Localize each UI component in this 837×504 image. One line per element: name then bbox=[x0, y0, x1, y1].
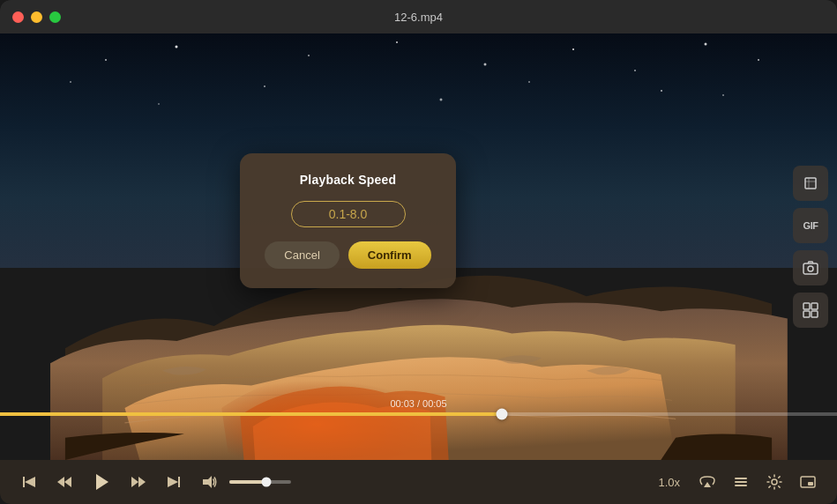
app-window: 12-6.mp4 bbox=[0, 0, 837, 504]
screenshot-tool-button[interactable] bbox=[793, 250, 828, 285]
svg-marker-27 bbox=[57, 477, 64, 487]
progress-fill bbox=[0, 412, 502, 416]
svg-rect-24 bbox=[811, 311, 818, 317]
video-area[interactable]: 00:03 / 00:05 GIF bbox=[0, 33, 837, 460]
svg-marker-31 bbox=[138, 477, 146, 487]
fast-forward-icon bbox=[131, 474, 146, 490]
confirm-button[interactable]: Confirm bbox=[348, 241, 431, 269]
window-title: 12-6.mp4 bbox=[394, 11, 443, 24]
svg-rect-16 bbox=[805, 178, 816, 189]
volume-button[interactable] bbox=[194, 467, 224, 497]
airplay-icon bbox=[699, 474, 715, 490]
fast-forward-button[interactable] bbox=[123, 467, 153, 497]
title-bar: 12-6.mp4 bbox=[0, 0, 837, 33]
svg-marker-34 bbox=[203, 476, 212, 488]
rewind-button[interactable] bbox=[49, 467, 79, 497]
svg-marker-30 bbox=[131, 477, 138, 487]
volume-thumb[interactable] bbox=[262, 478, 272, 487]
svg-point-39 bbox=[772, 479, 777, 485]
svg-rect-19 bbox=[803, 263, 818, 274]
pip-button[interactable] bbox=[793, 467, 823, 497]
settings-icon bbox=[766, 474, 782, 490]
right-controls bbox=[692, 467, 823, 497]
grid-icon bbox=[802, 301, 819, 319]
volume-slider-container bbox=[229, 480, 291, 484]
svg-marker-28 bbox=[64, 477, 71, 487]
close-button[interactable] bbox=[12, 11, 24, 23]
airplay-button[interactable] bbox=[692, 467, 722, 497]
progress-thumb[interactable] bbox=[497, 409, 508, 420]
speed-badge[interactable]: 1.0x bbox=[651, 472, 687, 493]
play-icon bbox=[92, 472, 111, 492]
svg-rect-38 bbox=[735, 485, 747, 486]
play-button[interactable] bbox=[85, 465, 118, 499]
skip-to-start-icon bbox=[21, 474, 37, 490]
dialog-buttons: Cancel Confirm bbox=[265, 241, 430, 269]
dialog-title: Playback Speed bbox=[300, 173, 396, 187]
volume-slider[interactable] bbox=[229, 480, 291, 484]
pip-icon bbox=[800, 474, 816, 490]
svg-rect-41 bbox=[808, 482, 813, 485]
gif-tool-button[interactable]: GIF bbox=[793, 208, 828, 243]
svg-rect-40 bbox=[801, 477, 815, 487]
chapters-button[interactable] bbox=[726, 467, 756, 497]
svg-rect-23 bbox=[803, 311, 810, 317]
settings-button[interactable] bbox=[759, 467, 789, 497]
skip-to-end-icon bbox=[166, 474, 182, 490]
camera-icon bbox=[802, 259, 819, 277]
time-display: 00:03 / 00:05 bbox=[390, 398, 446, 409]
svg-marker-29 bbox=[96, 474, 108, 490]
progress-track[interactable] bbox=[0, 412, 837, 416]
traffic-lights bbox=[12, 11, 61, 23]
progress-bar-area bbox=[0, 412, 837, 416]
maximize-button[interactable] bbox=[49, 11, 61, 23]
controls-bar: 1.0x bbox=[0, 460, 837, 504]
crop-icon bbox=[802, 174, 819, 192]
chapters-icon bbox=[733, 474, 749, 490]
svg-marker-35 bbox=[704, 482, 711, 487]
minimize-button[interactable] bbox=[31, 11, 42, 23]
layout-tool-button[interactable] bbox=[793, 293, 828, 328]
cancel-button[interactable]: Cancel bbox=[265, 241, 339, 269]
svg-rect-37 bbox=[735, 481, 747, 483]
right-tools: GIF bbox=[793, 166, 828, 328]
svg-point-20 bbox=[808, 266, 813, 271]
svg-rect-21 bbox=[803, 303, 810, 309]
svg-marker-25 bbox=[23, 477, 25, 487]
svg-marker-26 bbox=[25, 477, 35, 487]
svg-marker-33 bbox=[178, 477, 180, 487]
rewind-icon bbox=[56, 474, 72, 490]
skip-to-end-button[interactable] bbox=[159, 467, 189, 497]
volume-icon bbox=[201, 474, 217, 490]
playback-speed-dialog: Playback Speed Cancel Confirm bbox=[240, 153, 455, 288]
svg-marker-32 bbox=[168, 477, 178, 487]
skip-to-start-button[interactable] bbox=[14, 467, 44, 497]
speed-input[interactable] bbox=[291, 201, 406, 227]
gif-label: GIF bbox=[803, 220, 818, 231]
svg-rect-36 bbox=[735, 478, 747, 479]
svg-rect-22 bbox=[811, 303, 818, 309]
crop-tool-button[interactable] bbox=[793, 166, 828, 201]
